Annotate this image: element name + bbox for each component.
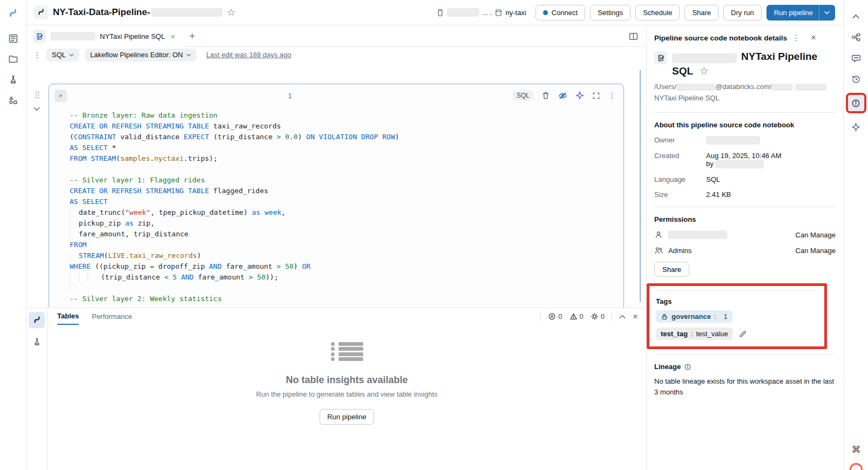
overview-ruler — [640, 70, 641, 302]
editor-area: 1 SQL ⋮ - — [26, 63, 646, 308]
command-shortcuts-icon[interactable]: ⌘ — [852, 444, 861, 455]
share-permissions-button[interactable]: Share — [654, 262, 689, 277]
favorite-star-icon[interactable]: ☆ — [700, 65, 709, 77]
cell-language-badge[interactable]: SQL — [513, 91, 533, 100]
compute-icon — [436, 8, 444, 17]
permissions-heading: Permissions — [654, 215, 836, 223]
code-area[interactable]: -- Bronze layer: Raw data ingestionCREAT… — [49, 107, 623, 304]
about-heading: About this pipeline source code notebook — [654, 121, 836, 129]
advice-icon — [591, 312, 599, 321]
tab-nytaxi-pipeline-sql[interactable]: NYTaxi Pipeline SQL × — [26, 26, 182, 47]
sidebar-item-folder[interactable] — [0, 49, 26, 69]
pipeline-nav-icon[interactable] — [0, 3, 26, 24]
tab-label: NYTaxi Pipeline SQL — [100, 32, 165, 40]
top-actions: ... . ny-taxi Connect Settings Schedule … — [436, 5, 835, 21]
databricks-pipeline-editor: NY-Taxi-Data-Pipeline- ☆ ... . ny-taxi C… — [0, 0, 868, 470]
share-button[interactable]: Share — [684, 5, 718, 21]
redacted-creator — [715, 160, 764, 168]
list-icon — [8, 33, 18, 44]
cell-collapse-chevron-icon[interactable] — [33, 107, 40, 111]
lineage-empty-text: No table lineage exists for this workspa… — [654, 376, 836, 397]
details-info-icon[interactable] — [848, 95, 864, 111]
tag-test-tag-chip[interactable]: test_tag:test_value — [656, 328, 733, 340]
results-header: Tables Performance 0 0 0 — [48, 308, 646, 325]
fullscreen-icon[interactable] — [592, 92, 600, 100]
dry-run-button[interactable]: Dry run — [723, 5, 762, 21]
split-view-icon[interactable] — [629, 32, 638, 40]
pencil-icon — [738, 330, 747, 338]
results-panel: Tables Performance 0 0 0 — [26, 308, 646, 470]
tag-row: governance: 1 — [656, 310, 818, 323]
person-icon — [654, 230, 663, 239]
tag-governance-chip[interactable]: governance: 1 — [656, 310, 733, 323]
run-pipeline-button[interactable]: Run pipeline — [767, 5, 835, 21]
details-close-icon[interactable]: × — [811, 32, 816, 43]
lineage-nodes-icon[interactable] — [849, 30, 864, 45]
cell-drag-handle-icon[interactable] — [34, 91, 40, 99]
language-selector[interactable]: SQL — [46, 49, 79, 62]
permission-row: Can Manage — [654, 230, 836, 239]
sql-cell: 1 SQL ⋮ - — [49, 84, 624, 308]
empty-state-subtitle: Run the pipeline to generate tables and … — [256, 390, 437, 398]
divider — [656, 290, 818, 291]
redacted-path-part — [795, 84, 826, 91]
folder-icon — [8, 54, 18, 64]
comments-icon[interactable] — [849, 51, 864, 66]
language-row: Language SQL — [654, 175, 836, 183]
details-kebab-icon[interactable]: ⋮ — [792, 34, 800, 42]
advice-count: 0 — [591, 312, 605, 321]
assistant-sparkle-icon[interactable] — [575, 91, 584, 100]
connect-button[interactable]: Connect — [535, 5, 585, 21]
new-tab-button[interactable]: + — [182, 30, 201, 42]
cell-kebab-icon[interactable]: ⋮ — [608, 92, 616, 99]
chevron-down-icon[interactable] — [819, 11, 835, 15]
toolbar-kebab-icon[interactable]: ⋮ — [33, 51, 41, 59]
diagnostic-counts: 0 0 0 × — [540, 311, 638, 322]
edit-tags-icon[interactable] — [738, 330, 747, 338]
assistant-sparkle-icon[interactable] — [849, 119, 864, 134]
left-sidebar — [0, 0, 26, 470]
run-cell-button[interactable] — [55, 90, 67, 102]
pipeline-panel-icon[interactable] — [29, 312, 45, 328]
sidebar-item-experiments[interactable] — [0, 69, 26, 90]
tab-close-icon[interactable]: × — [169, 32, 177, 41]
notebook-icon — [654, 51, 667, 64]
redacted-username — [676, 84, 715, 91]
details-panel: Pipeline source code notebook details ⋮ … — [646, 26, 843, 470]
redacted-title-prefix — [672, 53, 737, 63]
tab-tables[interactable]: Tables — [57, 309, 79, 325]
delete-cell-icon[interactable] — [541, 91, 550, 100]
highlight-box-info-icon — [846, 93, 866, 113]
error-count: 0 — [548, 312, 562, 321]
lineage-heading-row: Lineage — [654, 363, 836, 371]
connection-status-dot — [543, 10, 548, 15]
chevron-down-icon — [69, 53, 74, 57]
close-panel-icon[interactable]: × — [633, 311, 638, 322]
version-history-icon[interactable] — [849, 72, 864, 87]
editor-mode-toggle[interactable]: Lakeflow Pipelines Editor: ON — [85, 49, 196, 62]
last-edit-link[interactable]: Last edit was 188 days ago — [206, 51, 291, 59]
owner-row: Owner — [654, 136, 836, 145]
sidebar-item-shapes[interactable] — [0, 90, 26, 110]
collapse-panel-icon[interactable] — [619, 315, 626, 319]
pipeline-icon — [11, 10, 16, 16]
assistant-logo-partial-icon[interactable] — [850, 463, 863, 470]
title-bar: NY-Taxi-Data-Pipeline- ☆ ... . ny-taxi C… — [26, 0, 843, 25]
notebook-path: /Users/@databricks.com/ NYTaxi Pipeline … — [654, 81, 836, 104]
cell-toolbar: SQL ⋮ — [513, 91, 616, 100]
experiments-panel-icon[interactable] — [29, 333, 45, 350]
empty-state: No table insights available Run the pipe… — [48, 340, 646, 425]
collapse-rail-chevron-icon[interactable] — [849, 9, 864, 24]
schedule-button[interactable]: Schedule — [635, 5, 680, 21]
tab-performance[interactable]: Performance — [92, 309, 132, 324]
sidebar-item-list[interactable] — [0, 28, 26, 49]
run-pipeline-empty-button[interactable]: Run pipeline — [320, 409, 374, 425]
divider — [654, 112, 836, 113]
chevron-down-icon — [186, 53, 191, 57]
divider — [654, 207, 836, 207]
settings-button[interactable]: Settings — [590, 5, 630, 21]
pipeline-icon — [37, 8, 45, 17]
favorite-star-icon[interactable]: ☆ — [227, 8, 235, 17]
hide-result-icon[interactable] — [558, 91, 567, 100]
play-icon — [59, 94, 63, 98]
